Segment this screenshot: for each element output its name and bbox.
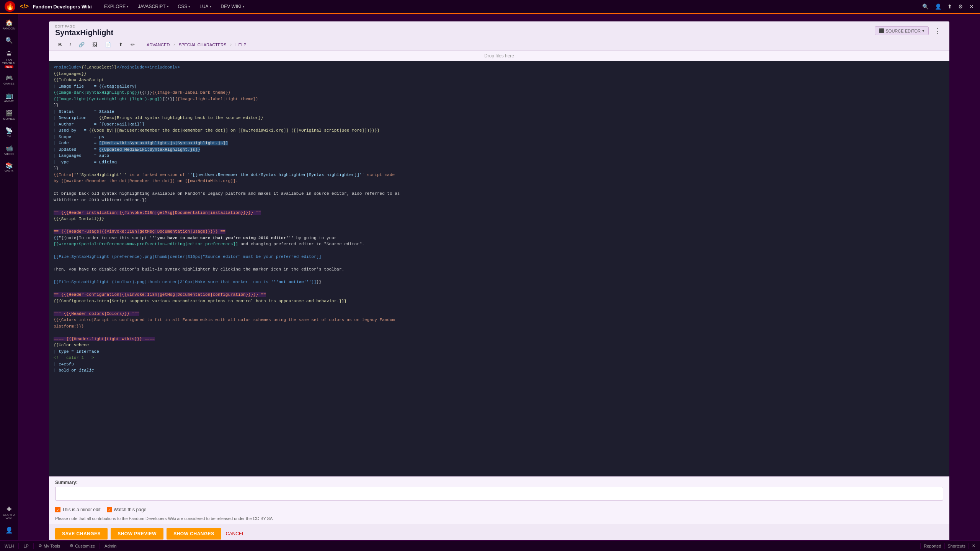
- toolbar-advanced[interactable]: ADVANCED: [144, 41, 172, 49]
- start-wiki-label: START A WIKI: [2, 514, 16, 520]
- bottom-wlh[interactable]: WLH: [5, 544, 14, 548]
- show-changes-button[interactable]: SHOW CHANGES: [167, 528, 221, 540]
- code-line-49: | bold or italic: [54, 367, 945, 374]
- watch-page-label: Watch this page: [114, 507, 147, 512]
- toolbar-upload[interactable]: ⬆: [116, 40, 126, 49]
- bottom-customize[interactable]: ⚙ Customize: [70, 543, 95, 548]
- code-line-18: {{Intro|'''SyntaxHighlight''' is a forke…: [54, 172, 945, 178]
- nav-explore[interactable]: EXPLORE ▾: [101, 2, 132, 11]
- fan-central-icon: 🏛: [6, 51, 12, 58]
- logo-flame: 🔥: [6, 2, 14, 11]
- fan-central-badge: NEW: [5, 65, 13, 68]
- toolbar-template[interactable]: 📄: [102, 40, 114, 49]
- sidebar-item-anime[interactable]: 📺 ANIME: [1, 90, 17, 106]
- bottom-close[interactable]: ✕: [972, 543, 975, 548]
- bottom-admin[interactable]: Admin: [105, 544, 116, 548]
- settings-icon[interactable]: ⚙: [957, 3, 965, 10]
- nav-css[interactable]: CSS ▾: [175, 2, 194, 11]
- search-icon[interactable]: 🔍: [921, 3, 930, 10]
- more-options-button[interactable]: ⋮: [932, 26, 943, 36]
- toolbar-special-chars[interactable]: SPECIAL CHARACTERS: [176, 41, 229, 49]
- code-line-47: <!-- color 1 -->: [54, 355, 945, 361]
- movies-label: MOVIES: [3, 117, 15, 121]
- fandom-logo[interactable]: 🔥: [5, 1, 15, 12]
- explore-arrow: ▾: [127, 5, 129, 8]
- user-icon[interactable]: 👤: [933, 3, 943, 10]
- code-line-44: ==== {{{Header-light|Light wikis}}} ====: [54, 336, 945, 342]
- drop-zone-text: Drop files here: [484, 53, 514, 59]
- nav-lua[interactable]: LUA ▾: [196, 2, 214, 11]
- devwiki-arrow: ▾: [243, 5, 245, 8]
- sidebar-item-user-bottom[interactable]: 👤: [1, 524, 17, 537]
- toolbar-image[interactable]: 🖼: [89, 40, 100, 49]
- code-line-3: {{Infobox JavaScript: [54, 77, 945, 83]
- mytools-label: My Tools: [44, 544, 60, 548]
- sidebar-item-tv[interactable]: 📡 TV: [1, 125, 17, 141]
- source-editor-button[interactable]: ⬛ SOURCE EDITOR ▾: [875, 26, 929, 35]
- nav-javascript[interactable]: JAVASCRIPT ▾: [135, 2, 172, 11]
- bottom-reported[interactable]: Reported: [924, 544, 941, 548]
- show-preview-button[interactable]: SHOW PREVIEW: [111, 528, 163, 540]
- code-line-31: [[File:SyntaxHighlight (preference).png|…: [54, 254, 945, 260]
- top-nav-right: 🔍 👤 ⬆ ⚙ ✕: [921, 3, 975, 10]
- drop-zone[interactable]: Drop files here: [49, 51, 949, 61]
- close-icon[interactable]: ✕: [968, 3, 975, 10]
- save-changes-button[interactable]: SAVE CHANGES: [55, 528, 108, 540]
- code-line-21: It brings back old syntax highlighting a…: [54, 191, 945, 197]
- mytools-icon: ⚙: [38, 543, 42, 548]
- code-line-4: | Image file = {{#tag:gallery|: [54, 83, 945, 90]
- bottom-mytools[interactable]: ⚙ My Tools: [38, 543, 60, 548]
- summary-input[interactable]: [55, 487, 943, 500]
- toolbar-pencil[interactable]: ✏: [127, 40, 138, 49]
- toolbar-bold[interactable]: B: [55, 40, 65, 49]
- attribution-text: Please note that all contributions to th…: [49, 515, 949, 524]
- watch-page-checkbox-item[interactable]: ✓ Watch this page: [107, 507, 147, 512]
- toolbar-link[interactable]: 🔗: [75, 40, 88, 49]
- bottom-right: Reported Shortcuts ✕: [920, 543, 975, 549]
- sidebar-item-start-wiki[interactable]: ✚ START A WIKI: [1, 503, 17, 523]
- code-line-39: [54, 304, 945, 311]
- code-line-16: | Type = Editing: [54, 159, 945, 166]
- code-line-28: {{"{{note|In order to use this script ''…: [54, 235, 945, 241]
- edit-header: EDIT PAGE SyntaxHighlight ⬛ SOURCE EDITO…: [49, 21, 949, 39]
- video-label: VIDEO: [4, 153, 14, 156]
- code-line-29: [[w:c:ucp:Special:Preferences#mw-prefsec…: [54, 241, 945, 248]
- code-editor[interactable]: <noinclude>{{LangSelect}}</noinclude><in…: [49, 61, 949, 476]
- upload-icon[interactable]: ⬆: [946, 3, 954, 10]
- sidebar-item-movies[interactable]: 🎬 MOVIES: [1, 107, 17, 123]
- bottom-bar: WLH LP ⚙ My Tools ⚙ Customize Admin Repo…: [0, 540, 980, 551]
- left-sidebar: 🏠 FANDOM 🔍 🏛 FAN CENTRAL NEW 🎮 GAMES 📺 A…: [0, 14, 18, 551]
- bottom-shortcuts[interactable]: Shortcuts: [948, 544, 965, 548]
- movies-icon: 🎬: [5, 109, 13, 117]
- sidebar-item-fan-central[interactable]: 🏛 FAN CENTRAL NEW: [1, 49, 17, 71]
- site-title: Fandom Developers Wiki: [33, 4, 91, 10]
- toolbar-italic[interactable]: I: [66, 40, 74, 49]
- code-line-35: [[File:SyntaxHighlight (toolbar).png|thu…: [54, 279, 945, 285]
- bottom-sep-5: [920, 543, 921, 549]
- customize-icon: ⚙: [70, 543, 74, 548]
- bottom-sep-4: [100, 543, 100, 549]
- code-line-2: {{Languages}}: [54, 71, 945, 77]
- sidebar-item-fandom[interactable]: 🏠 FANDOM: [1, 17, 17, 33]
- summary-area: Summary:: [49, 476, 949, 505]
- cancel-button[interactable]: CANCEL: [224, 528, 246, 540]
- code-line-24: == {{{Header-installation|{{#invoke:I18n…: [54, 210, 945, 216]
- sidebar-item-search[interactable]: 🔍: [1, 34, 17, 47]
- sidebar-item-wikis[interactable]: 📚 WIKIS: [1, 160, 17, 176]
- nav-devwiki[interactable]: DEV WIKI ▾: [218, 2, 248, 11]
- checkbox-row: ✓ This is a minor edit ✓ Watch this page: [49, 505, 949, 515]
- search-sidebar-icon: 🔍: [5, 37, 13, 44]
- tv-label: TV: [7, 135, 11, 139]
- code-line-42: platform:}}}: [54, 323, 945, 330]
- sidebar-item-games[interactable]: 🎮 GAMES: [1, 72, 17, 88]
- minor-edit-checkbox-item[interactable]: ✓ This is a minor edit: [55, 507, 101, 512]
- toolbar-help[interactable]: HELP: [233, 41, 249, 49]
- code-line-25: {{{Script Install}}}: [54, 216, 945, 222]
- bottom-lp[interactable]: LP: [23, 544, 28, 548]
- games-label: GAMES: [3, 82, 15, 86]
- code-line-37: == {{{Header-configuration|{{#invoke:I18…: [54, 292, 945, 298]
- code-line-34: [54, 273, 945, 279]
- code-line-38: {{{Configuration-intro|Script supports v…: [54, 298, 945, 305]
- wikis-icon: 📚: [5, 162, 13, 169]
- sidebar-item-video[interactable]: 📹 VIDEO: [1, 142, 17, 158]
